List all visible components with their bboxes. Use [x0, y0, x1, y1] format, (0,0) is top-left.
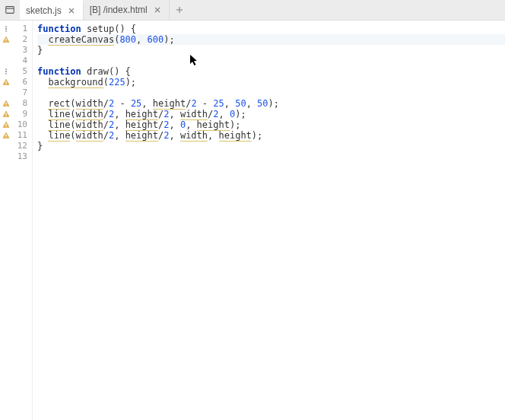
- code-line[interactable]: createCanvas(800, 600);: [37, 34, 505, 45]
- tab-label: [B] /index.html: [90, 5, 148, 15]
- gutter-row: 13: [0, 151, 32, 162]
- code-line[interactable]: [37, 56, 505, 66]
- svg-point-14: [5, 68, 7, 70]
- tab--b-index-html[interactable]: [B] /index.html: [84, 0, 170, 20]
- warning-icon: [0, 119, 12, 130]
- code-line[interactable]: line(width/2, height/2, width, height);: [37, 130, 505, 141]
- gutter-row: 4: [0, 56, 32, 66]
- gutter-icon-empty: [0, 45, 12, 56]
- line-number: 11: [12, 130, 32, 141]
- svg-point-15: [5, 73, 7, 75]
- svg-rect-23: [5, 126, 6, 127]
- close-icon[interactable]: [152, 5, 163, 15]
- gutter-row: 9: [0, 109, 32, 119]
- gutter-row: 8: [0, 98, 32, 109]
- code-line[interactable]: line(width/2, height/2, 0, height);: [37, 119, 505, 130]
- warning-icon: [0, 130, 12, 141]
- code-editor[interactable]: 12345678910111213 function setup() { cre…: [0, 21, 505, 420]
- line-number: 10: [12, 119, 32, 130]
- warning-icon: [0, 34, 12, 45]
- gutter-icon-empty: [0, 141, 12, 151]
- svg-rect-17: [5, 84, 6, 84]
- code-line[interactable]: }: [37, 141, 505, 151]
- svg-rect-20: [5, 113, 6, 115]
- svg-rect-24: [5, 134, 6, 136]
- svg-rect-11: [5, 38, 6, 40]
- svg-rect-21: [5, 116, 6, 116]
- tab-bar: sketch.js[B] /index.html: [0, 0, 505, 21]
- warning-icon: [0, 109, 12, 119]
- code-line[interactable]: }: [37, 45, 505, 56]
- warning-icon: [0, 77, 12, 88]
- gutter-row: 11: [0, 130, 32, 141]
- gutter-icon-empty: [0, 88, 12, 98]
- tab-label: sketch.js: [26, 5, 62, 16]
- line-number: 5: [12, 66, 32, 77]
- line-number: 8: [12, 98, 32, 109]
- close-icon[interactable]: [66, 5, 77, 16]
- code-line[interactable]: [37, 88, 505, 98]
- warning-icon: [0, 98, 12, 109]
- line-number: 1: [12, 24, 32, 34]
- code-area[interactable]: function setup() { createCanvas(800, 600…: [33, 21, 505, 420]
- svg-point-8: [5, 28, 7, 30]
- line-number: 12: [12, 141, 32, 151]
- gutter-row: 2: [0, 34, 32, 45]
- code-line[interactable]: [37, 151, 505, 162]
- svg-point-9: [5, 26, 7, 27]
- tab-sketch-js[interactable]: sketch.js: [20, 0, 84, 20]
- svg-rect-18: [5, 102, 6, 104]
- code-line[interactable]: rect(width/2 - 25, height/2 - 25, 50, 50…: [37, 98, 505, 109]
- line-number: 13: [12, 151, 32, 162]
- gutter-row: 12: [0, 141, 32, 151]
- code-line[interactable]: function setup() {: [37, 24, 505, 34]
- new-tab-button[interactable]: [170, 0, 189, 20]
- line-number: 9: [12, 109, 32, 119]
- svg-rect-12: [5, 41, 6, 42]
- svg-rect-25: [5, 137, 6, 138]
- gutter-row: 3: [0, 45, 32, 56]
- gutter-row: 1: [0, 24, 32, 34]
- svg-rect-22: [5, 123, 6, 126]
- gutter-icon-empty: [0, 56, 12, 66]
- line-number: 4: [12, 56, 32, 66]
- svg-rect-16: [5, 81, 6, 83]
- svg-rect-0: [6, 7, 14, 14]
- gutter-icon-empty: [0, 151, 12, 162]
- gutter-row: 7: [0, 88, 32, 98]
- code-line[interactable]: line(width/2, height/2, width/2, 0);: [37, 109, 505, 119]
- info-icon: [0, 24, 12, 34]
- info-icon: [0, 66, 12, 77]
- gutter: 12345678910111213: [0, 21, 33, 420]
- line-number: 2: [12, 34, 32, 45]
- gutter-row: 5: [0, 66, 32, 77]
- svg-point-13: [5, 71, 7, 72]
- svg-point-10: [5, 30, 7, 32]
- project-icon[interactable]: [0, 0, 20, 20]
- line-number: 7: [12, 88, 32, 98]
- line-number: 3: [12, 45, 32, 56]
- code-line[interactable]: function draw() {: [37, 66, 505, 77]
- gutter-row: 6: [0, 77, 32, 88]
- code-line[interactable]: background(225);: [37, 77, 505, 88]
- line-number: 6: [12, 77, 32, 88]
- svg-rect-19: [5, 105, 6, 106]
- gutter-row: 10: [0, 119, 32, 130]
